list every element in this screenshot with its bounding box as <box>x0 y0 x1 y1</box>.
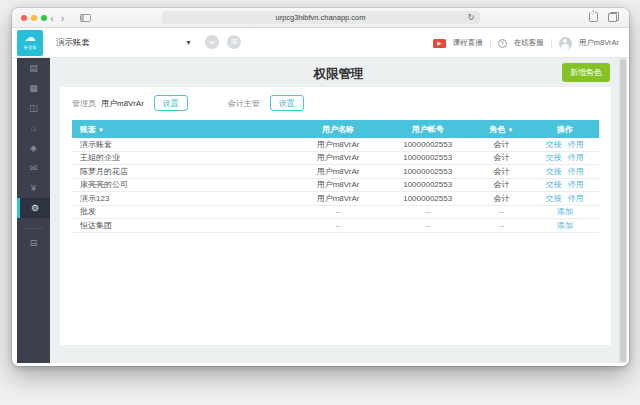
cell-user-name: 用户m8VrAr <box>293 152 383 163</box>
close-window-button[interactable] <box>21 15 27 21</box>
cell-user-account: -- <box>383 221 473 230</box>
table-row: 王姐的企业 用户m8VrAr 10000002553 会计 交接停用 <box>72 152 599 166</box>
cell-user-name: 用户m8VrAr <box>293 179 383 190</box>
cell-role: 会计 <box>472 179 530 190</box>
forward-button[interactable]: › <box>61 11 65 25</box>
permissions-card: 管理员 用户m8VrAr 设置 会计主管 设置 账套▼ 用户名称 用户帐号 角色… <box>60 87 611 345</box>
logo-edition-label: 专业版 <box>18 45 41 50</box>
report-icon: ◫ <box>29 103 38 113</box>
sort-caret-icon: ▼ <box>507 127 513 133</box>
cell-user-name: 用户m8VrAr <box>293 139 383 150</box>
back-button[interactable]: ‹ <box>50 11 54 25</box>
funds-icon: ◈ <box>30 143 37 153</box>
account-set-dropdown[interactable]: 演示账套 ▼ <box>56 33 192 52</box>
online-service-link[interactable]: 在线客服 <box>514 38 544 48</box>
sidebar-item-assets[interactable]: ⌂ <box>17 118 50 138</box>
cell-user-account: 10000002553 <box>383 153 473 162</box>
supervisor-label: 会计主管 <box>228 98 260 109</box>
sidebar-divider <box>22 228 45 229</box>
table-row: 康亮亮的公司 用户m8VrAr 10000002553 会计 交接停用 <box>72 179 599 193</box>
column-header-actions: 操作 <box>530 124 599 135</box>
handover-link[interactable]: 交接 <box>546 194 562 203</box>
live-course-link[interactable]: 课程直播 <box>453 38 483 48</box>
cell-role: 会计 <box>472 152 530 163</box>
cell-user-name: 用户m8VrAr <box>293 166 383 177</box>
username-label[interactable]: 用户m8VrAr <box>579 38 619 48</box>
cell-actions: 添加 <box>530 220 599 231</box>
column-header-user-account: 用户帐号 <box>383 124 473 135</box>
browser-window: ‹ › urpcg3hibfvn.chanapp.com ↻ ☁ 专业版 演示账… <box>12 8 629 366</box>
sidebar-item-voucher[interactable]: ▤ <box>17 58 50 78</box>
sidebar-item-salary[interactable]: ¥ <box>17 178 50 198</box>
sidebar-item-settings[interactable]: ⚙ <box>17 198 50 218</box>
admin-username: 用户m8VrAr <box>101 98 144 109</box>
add-link[interactable]: 添加 <box>557 207 573 216</box>
gear-icon: ⚙ <box>31 203 39 213</box>
disable-link[interactable]: 停用 <box>568 180 584 189</box>
cell-role: 会计 <box>472 139 530 150</box>
add-account-set-button[interactable]: ＋ <box>205 35 219 49</box>
cell-actions: 添加 <box>530 206 599 217</box>
sidebar-item-invoice[interactable]: ✉ <box>17 158 50 178</box>
handover-link[interactable]: 交接 <box>546 140 562 149</box>
cell-user-account: 10000002553 <box>383 167 473 176</box>
reload-icon[interactable]: ↻ <box>468 11 475 24</box>
ledger-icon: ▦ <box>29 83 38 93</box>
tab-overview-icon[interactable] <box>608 12 619 22</box>
add-role-button[interactable]: 新增角色 <box>562 63 610 82</box>
sidebar-item-ledger[interactable]: ▦ <box>17 78 50 98</box>
main-content: 权限管理 新增角色 管理员 用户m8VrAr 设置 会计主管 设置 账套▼ 用户… <box>50 58 627 363</box>
cell-user-name: -- <box>293 207 383 216</box>
sidebar-nav: ▤ ▦ ◫ ⌂ ◈ ✉ ¥ ⚙ ⊟ <box>17 58 50 363</box>
disable-link[interactable]: 停用 <box>568 194 584 203</box>
sort-caret-icon: ▼ <box>98 127 104 133</box>
avatar[interactable] <box>559 37 572 50</box>
disable-link[interactable]: 停用 <box>568 167 584 176</box>
add-link[interactable]: 添加 <box>557 221 573 230</box>
handover-link[interactable]: 交接 <box>546 180 562 189</box>
roles-bar: 管理员 用户m8VrAr 设置 会计主管 设置 <box>60 87 611 118</box>
account-set-value: 演示账套 <box>56 37 90 47</box>
cell-account-set: 陈梦月的花店 <box>72 166 293 177</box>
column-header-user-name: 用户名称 <box>293 124 383 135</box>
handover-link[interactable]: 交接 <box>546 167 562 176</box>
table-row: 恒达集团 -- -- -- 添加 <box>72 219 599 233</box>
table-header-row: 账套▼ 用户名称 用户帐号 角色▼ 操作 <box>72 120 599 138</box>
admin-label: 管理员 <box>72 98 96 109</box>
zoom-window-button[interactable] <box>41 15 47 21</box>
share-icon[interactable] <box>589 12 598 22</box>
app-logo: ☁ 专业版 <box>17 30 43 56</box>
chevron-down-icon: ▼ <box>185 33 192 52</box>
sidebar-item-client-download[interactable]: ⊟ <box>17 233 50 253</box>
admin-settings-button[interactable]: 设置 <box>154 95 188 111</box>
page-title: 权限管理 <box>50 66 627 83</box>
cell-actions: 交接停用 <box>530 139 599 150</box>
invoice-icon: ✉ <box>30 163 38 173</box>
sidebar-item-funds[interactable]: ◈ <box>17 138 50 158</box>
column-header-account-set[interactable]: 账套▼ <box>72 124 293 135</box>
cell-user-account: 10000002553 <box>383 180 473 189</box>
traffic-lights <box>21 15 47 21</box>
disable-link[interactable]: 停用 <box>568 153 584 162</box>
scrollbar[interactable] <box>619 58 627 363</box>
live-video-icon: ▶ <box>433 39 446 48</box>
sidebar-item-report[interactable]: ◫ <box>17 98 50 118</box>
cell-user-name: -- <box>293 221 383 230</box>
cell-user-account: 10000002553 <box>383 140 473 149</box>
address-bar[interactable]: urpcg3hibfvn.chanapp.com ↻ <box>162 11 480 24</box>
cell-actions: 交接停用 <box>530 179 599 190</box>
cell-account-set: 恒达集团 <box>72 220 293 231</box>
column-header-role[interactable]: 角色▼ <box>472 124 530 135</box>
column-label: 账套 <box>80 125 96 134</box>
apps-grid-button[interactable]: ⊞ <box>227 35 241 49</box>
app-header: ☁ 专业版 演示账套 ▼ ＋ ⊞ ▶ 课程直播 ? 在线客服 用户m8VrAr <box>12 28 629 58</box>
supervisor-settings-button[interactable]: 设置 <box>270 95 304 111</box>
minimize-window-button[interactable] <box>31 15 37 21</box>
salary-icon: ¥ <box>31 183 36 193</box>
scrollbar-thumb[interactable] <box>620 59 626 362</box>
column-label: 用户名称 <box>322 125 354 134</box>
handover-link[interactable]: 交接 <box>546 153 562 162</box>
cell-account-set: 演示账套 <box>72 139 293 150</box>
disable-link[interactable]: 停用 <box>568 140 584 149</box>
sidebar-toggle-icon[interactable] <box>80 14 91 22</box>
